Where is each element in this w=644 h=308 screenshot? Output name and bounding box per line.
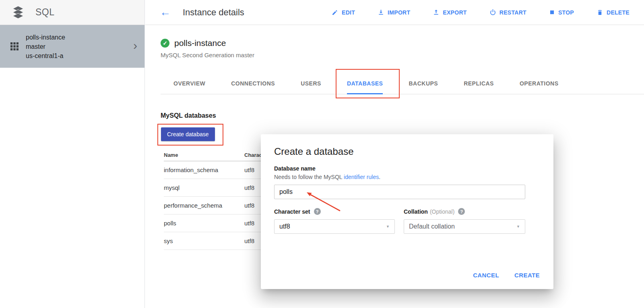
status-check-icon: ✓ (161, 39, 169, 48)
tab-backups[interactable]: BACKUPS (409, 73, 438, 94)
character-set-select[interactable]: utf8 ▼ (274, 219, 395, 234)
create-database-button[interactable]: Create database (161, 127, 215, 141)
tab-operations[interactable]: OPERATIONS (520, 73, 559, 94)
edit-button[interactable]: EDIT (332, 9, 355, 16)
sidebar-instance-name: polls-instance (26, 33, 133, 42)
tab-replicas[interactable]: REPLICAS (464, 73, 494, 94)
create-button[interactable]: CREATE (514, 272, 540, 279)
back-arrow-icon[interactable]: ← (160, 7, 171, 18)
character-set-value: utf8 (279, 223, 290, 230)
export-icon (433, 9, 440, 16)
export-button-label: EXPORT (443, 9, 466, 16)
dialog-actions: CANCEL CREATE (473, 272, 540, 279)
sql-layers-icon (11, 6, 25, 19)
product-logo-bar: SQL (0, 0, 144, 25)
cancel-button[interactable]: CANCEL (473, 272, 499, 279)
collation-label: Collation (Optional) ? (404, 208, 465, 215)
collation-value: Default collation (409, 223, 455, 230)
db-name: polls (164, 220, 244, 227)
db-name: performance_schema (164, 202, 244, 209)
delete-button-label: DELETE (607, 9, 630, 16)
chevron-right-icon: › (133, 40, 137, 52)
create-database-dialog: Create a database Database name Needs to… (261, 134, 553, 289)
sidebar-instance-text: polls-instance master us-central1-a (26, 33, 133, 60)
db-name: information_schema (164, 166, 244, 173)
create-database-wrap: Create database (161, 127, 215, 141)
character-set-label: Character set ? (274, 208, 321, 215)
sidebar-instance-role: master (26, 42, 133, 51)
collation-select[interactable]: Default collation ▼ (404, 219, 525, 234)
import-icon (378, 9, 384, 16)
help-icon[interactable]: ? (458, 208, 465, 215)
tab-connections[interactable]: CONNECTIONS (231, 73, 275, 94)
collation-label-text: Collation (404, 208, 428, 215)
edit-pencil-icon (332, 9, 339, 16)
db-name: mysql (164, 184, 244, 191)
help-icon[interactable]: ? (314, 208, 321, 215)
database-name-input[interactable] (274, 185, 525, 199)
character-set-label-text: Character set (274, 208, 310, 215)
stop-square-icon (549, 9, 555, 15)
tab-databases[interactable]: DATABASES (347, 73, 383, 94)
dialog-title: Create a database (274, 146, 353, 157)
instance-grid-icon (10, 42, 19, 50)
help-text-suffix: . (379, 174, 380, 180)
restart-button-label: RESTART (500, 9, 526, 16)
edit-button-label: EDIT (342, 9, 355, 16)
sidebar-instance-zone: us-central1-a (26, 51, 133, 60)
import-button-label: IMPORT (388, 9, 410, 16)
delete-trash-icon (597, 9, 603, 16)
instance-name: polls-instance (174, 38, 226, 48)
database-name-help: Needs to follow the MySQL identifier rul… (274, 174, 380, 180)
page-title: Instance details (183, 7, 244, 18)
delete-button[interactable]: DELETE (597, 9, 630, 16)
instance-header: ✓ polls-instance MySQL Second Generation… (145, 25, 644, 58)
tab-users[interactable]: USERS (301, 73, 321, 94)
sidebar: SQL polls-instance master us-central1-a … (0, 0, 145, 308)
column-header-name: Name (164, 152, 244, 158)
restart-power-icon (489, 9, 496, 16)
page-header: ← Instance details EDIT IMPORT EXPORT RE… (145, 0, 644, 25)
instance-subtitle: MySQL Second Generation master (161, 52, 644, 58)
dropdown-caret-icon: ▼ (516, 225, 520, 229)
database-name-label: Database name (274, 165, 316, 172)
section-heading: MySQL databases (161, 112, 644, 119)
product-name: SQL (35, 7, 55, 18)
dropdown-caret-icon: ▼ (386, 225, 390, 229)
tab-overview[interactable]: OVERVIEW (173, 73, 205, 94)
help-text: Needs to follow the MySQL (274, 174, 344, 180)
cloud-sql-console: SQL polls-instance master us-central1-a … (0, 0, 644, 308)
db-name: sys (164, 237, 244, 244)
header-actions: EDIT IMPORT EXPORT RESTART STOP DELETE (332, 9, 630, 16)
stop-button-label: STOP (558, 9, 574, 16)
identifier-rules-link[interactable]: identifier rules (344, 174, 379, 180)
stop-button[interactable]: STOP (549, 9, 574, 16)
export-button[interactable]: EXPORT (433, 9, 466, 16)
tab-databases-label: DATABASES (347, 80, 383, 87)
tab-bar: OVERVIEW CONNECTIONS USERS DATABASES BAC… (161, 73, 644, 94)
restart-button[interactable]: RESTART (489, 9, 526, 16)
sidebar-item-polls-instance[interactable]: polls-instance master us-central1-a › (0, 25, 144, 68)
import-button[interactable]: IMPORT (378, 9, 410, 16)
collation-optional-text: (Optional) (430, 208, 454, 215)
